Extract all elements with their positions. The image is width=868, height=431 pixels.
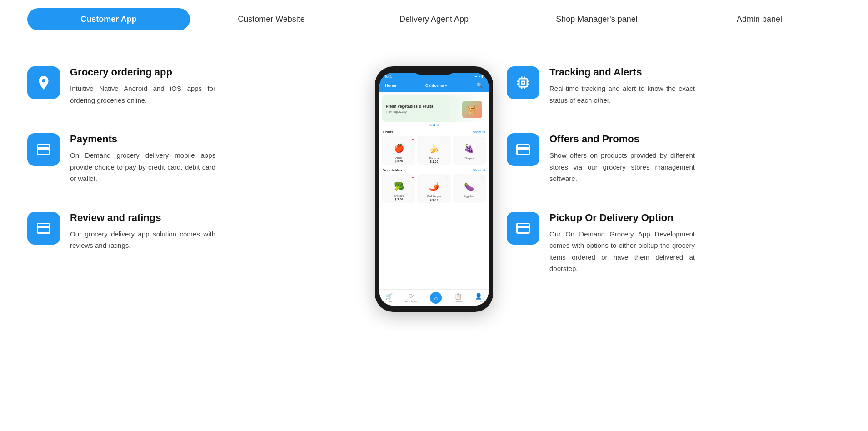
review-ratings-text: Review and ratings Our grocery delivery … (70, 212, 215, 251)
phone-bottom-nav: 🛒 Cart ♡ Favourites ⌂ 📋 Orders (379, 289, 489, 306)
credit-card-icon (35, 141, 52, 158)
offers-promos-icon (507, 133, 539, 166)
phone-banner-image: 🧺 (462, 101, 482, 118)
phone-banner-dots (379, 122, 489, 128)
phone-heart-grapes: ♡ (481, 138, 484, 141)
phone-bottom-favourites[interactable]: ♡ Favourites (405, 293, 418, 303)
phone-fruit-banana: ♡ 🍌 Banana $ 1.50 (417, 136, 450, 165)
tab-delivery-agent-app[interactable]: Delivery Agent App (353, 8, 515, 30)
phone-veggie-eggplant-emoji: 🍆 (464, 180, 474, 194)
phone-dot-2 (433, 124, 435, 126)
review-ratings-title: Review and ratings (70, 212, 215, 224)
grocery-ordering-desc: Intuitive Native Android and iOS apps fo… (70, 83, 215, 106)
review-ratings-icon (27, 212, 60, 245)
phone-bottom-home[interactable]: ⌂ (430, 292, 442, 304)
feature-offers-promos: Offers and Promos Show offers on product… (507, 133, 841, 185)
tracking-alerts-text: Tracking and Alerts Real-time tracking a… (549, 66, 695, 106)
phone-veggie-broccoli: ♥ 🥦 Broccoli $ 3.50 (382, 174, 415, 203)
review-ratings-desc: Our grocery delivery app solution comes … (70, 228, 215, 251)
payments-icon (27, 133, 60, 166)
tab-admin-panel[interactable]: Admin panel (678, 8, 841, 30)
features-right: Tracking and Alerts Real-time tracking a… (507, 66, 841, 275)
tracking-alerts-icon (507, 66, 539, 99)
review-icon (35, 220, 52, 236)
phone-veggies-grid: ♥ 🥦 Broccoli $ 3.50 ♡ 🌶️ Red Pepper $ 6.… (379, 173, 489, 205)
phone-bottom-cart-label: Cart (387, 300, 392, 303)
phone-heart-eggplant: ♡ (481, 176, 484, 180)
phone-dot-3 (437, 124, 439, 126)
phone-fruits-show-all[interactable]: Show all (473, 130, 485, 134)
payments-desc: On Demand grocery delivery mobile apps p… (70, 150, 215, 185)
feature-grocery-ordering: Grocery ordering app Intuitive Native An… (27, 66, 361, 106)
tab-customer-app[interactable]: Customer App (27, 8, 190, 30)
nav-bar: Customer App Customer Website Delivery A… (0, 0, 868, 39)
phone-veggie-redpepper-emoji: 🌶️ (429, 180, 439, 194)
offers-icon (515, 141, 531, 158)
phone-fruit-apple-price: $ 3.50 (395, 160, 403, 163)
phone-fruits-header: Fruits Show all (379, 128, 489, 135)
phone-screen: 9:41 ▪▪▪ ▸ ▮ Home California ▾ 🔍 Fresh V… (379, 73, 489, 306)
feature-review-ratings: Review and ratings Our grocery delivery … (27, 212, 361, 251)
tab-shop-managers-panel[interactable]: Shop Manager's panel (515, 8, 678, 30)
phone-veggie-broccoli-price: $ 3.50 (395, 198, 403, 201)
phone-banner: Fresh Vegetables & Fruits One Tap-Away 🧺 (382, 95, 486, 122)
pickup-delivery-icon (507, 212, 539, 245)
phone-fruit-banana-price: $ 1.50 (430, 160, 438, 163)
tracking-alerts-title: Tracking and Alerts (549, 66, 695, 78)
phone-time: 9:41 (385, 75, 392, 79)
favourites-icon: ♡ (409, 293, 414, 300)
phone-veggie-redpepper-name: Red Pepper (427, 195, 441, 198)
grocery-ordering-icon (27, 66, 60, 99)
phone-heart-redpepper: ♡ (446, 176, 449, 180)
phone-fruit-grapes-emoji: 🍇 (464, 141, 474, 156)
location-pin-icon (35, 75, 52, 91)
phone-fruit-apple-emoji: 🍎 (394, 141, 404, 155)
phone-signal-icons: ▪▪▪ ▸ ▮ (474, 75, 483, 79)
phone-banner-subtitle: One Tap-Away (386, 110, 433, 115)
tracking-alerts-desc: Real-time tracking and alert to know the… (549, 83, 695, 106)
pickup-delivery-title: Pickup Or Delivery Option (549, 212, 695, 224)
phone-search-icon[interactable]: 🔍 (476, 82, 483, 89)
payments-text: Payments On Demand grocery delivery mobi… (70, 133, 215, 185)
phone-veggie-broccoli-emoji: 🥦 (394, 179, 404, 194)
phone-notch (414, 66, 454, 75)
pickup-delivery-desc: Our On Demand Grocery App Development co… (549, 228, 695, 275)
phone-fruit-grapes-name: Grapes (464, 157, 474, 160)
grocery-ordering-title: Grocery ordering app (70, 66, 215, 78)
phone-bottom-profile-label: Profile (475, 300, 483, 303)
phone-bottom-favourites-label: Favourites (405, 300, 418, 303)
phone-veggies-show-all[interactable]: Show all (473, 169, 485, 172)
cart-icon: 🛒 (385, 293, 393, 300)
phone-nav-location: California ▾ (425, 83, 448, 88)
phone-nav-bar: Home California ▾ 🔍 (379, 80, 489, 92)
features-left: Grocery ordering app Intuitive Native An… (27, 66, 361, 251)
phone-fruits-title: Fruits (383, 130, 393, 134)
phone-heart-apple: ♥ (412, 138, 414, 141)
phone-bottom-cart[interactable]: 🛒 Cart (385, 293, 393, 303)
pickup-icon (515, 220, 531, 236)
offers-promos-text: Offers and Promos Show offers on product… (549, 133, 695, 185)
phone-mockup: 9:41 ▪▪▪ ▸ ▮ Home California ▾ 🔍 Fresh V… (361, 66, 507, 312)
phone-heart-broccoli: ♥ (412, 176, 414, 179)
main-content: Grocery ordering app Intuitive Native An… (0, 39, 868, 330)
phone-fruit-banana-name: Banana (429, 157, 439, 160)
tracking-icon (515, 75, 531, 91)
offers-promos-desc: Show offers on products provided by diff… (549, 150, 695, 185)
feature-tracking-alerts: Tracking and Alerts Real-time tracking a… (507, 66, 841, 106)
phone-dot-1 (429, 124, 432, 126)
phone-veggies-title: Vegetables (383, 168, 402, 172)
phone-fruits-grid: ♥ 🍎 Apple $ 3.50 ♡ 🍌 Banana $ 1.50 ♡ 🍇 (379, 135, 489, 166)
phone-bottom-orders-label: Orders (454, 300, 462, 303)
phone-bottom-orders[interactable]: 📋 Orders (454, 293, 462, 303)
pickup-delivery-text: Pickup Or Delivery Option Our On Demand … (549, 212, 695, 275)
phone-veggie-redpepper-price: $ 6.44 (430, 198, 438, 201)
phone-fruit-banana-emoji: 🍌 (429, 141, 439, 156)
phone-fruit-grapes: ♡ 🍇 Grapes (453, 136, 486, 165)
offers-promos-title: Offers and Promos (549, 133, 695, 145)
phone-veggie-eggplant: ♡ 🍆 Eggplant (453, 174, 486, 203)
phone-heart-banana: ♡ (446, 138, 449, 141)
tab-customer-website[interactable]: Customer Website (190, 8, 353, 30)
phone-bottom-profile[interactable]: 👤 Profile (475, 293, 483, 303)
phone-veggie-broccoli-name: Broccoli (394, 195, 404, 197)
phone-banner-content: Fresh Vegetables & Fruits One Tap-Away (386, 104, 433, 115)
